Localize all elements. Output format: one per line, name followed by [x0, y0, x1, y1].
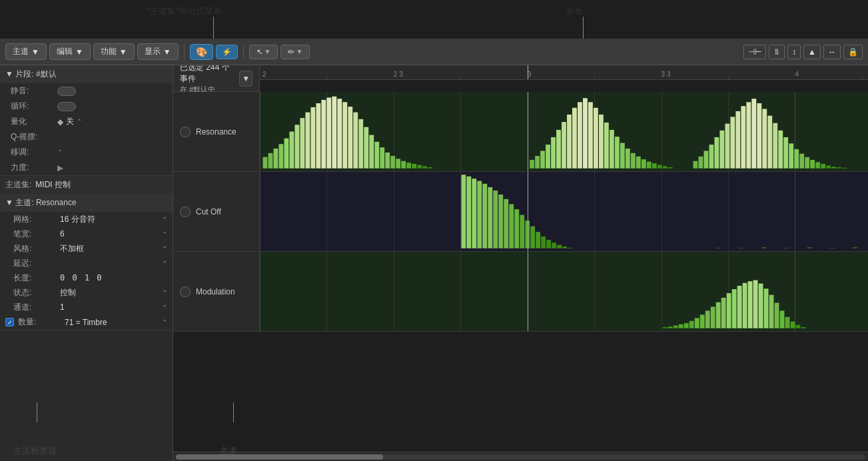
svg-rect-28: [412, 164, 416, 169]
spread-btn[interactable]: ↔: [823, 45, 841, 59]
playhead-cutoff: [528, 172, 528, 251]
scale-btn[interactable]: ↕: [787, 45, 801, 59]
select-tool-btn[interactable]: ↖ ▼: [249, 45, 278, 59]
svg-rect-97: [509, 204, 514, 248]
svg-rect-44: [594, 108, 598, 169]
svg-rect-76: [783, 137, 788, 169]
svg-rect-90: [472, 179, 476, 248]
channel-stepper[interactable]: ⌃: [162, 304, 167, 311]
event-dropdown-btn[interactable]: ▼: [239, 71, 252, 87]
svg-rect-69: [746, 102, 751, 168]
svg-rect-49: [620, 143, 625, 169]
svg-rect-87: [842, 168, 847, 169]
right-area: 已选定 244 个事件 在 #默认中 ▼ 2 2 3 3 3 3 4: [173, 65, 868, 461]
svg-rect-7: [300, 118, 304, 169]
fit-h-btn[interactable]: ⊣⊢: [743, 45, 766, 59]
svg-rect-142: [801, 327, 806, 328]
svg-rect-125: [711, 306, 715, 328]
svg-rect-19: [364, 127, 368, 169]
number-checkbox[interactable]: ✓: [5, 318, 14, 326]
pencil-tool-btn[interactable]: ✏ ▼: [280, 45, 310, 59]
style-stepper[interactable]: ⌃: [162, 245, 167, 252]
quantize-row: 量化 ◆ 关 ⌃: [0, 114, 173, 129]
svg-rect-4: [284, 139, 289, 169]
loop-toggle[interactable]: [57, 102, 76, 111]
svg-rect-99: [520, 215, 524, 248]
separator-1: [184, 44, 185, 60]
svg-rect-21: [374, 142, 379, 169]
svg-rect-104: [546, 240, 551, 248]
func-menu-btn[interactable]: 功能 ▼: [93, 43, 135, 60]
svg-rect-63: [714, 137, 719, 169]
svg-rect-91: [477, 181, 482, 248]
quantize-stepper[interactable]: ⌃: [77, 118, 82, 125]
svg-rect-51: [631, 153, 636, 169]
midi-tool-btn[interactable]: ⚡: [216, 45, 238, 59]
svg-rect-136: [769, 295, 774, 328]
tracks-container[interactable]: Resonance: [173, 92, 868, 452]
main-container: 主道 ▼ 编辑 ▼ 功能 ▼ 显示 ▼ 🎨 ⚡ ↖ ▼ ✏ ▼ ⊣⊢ ⥮ ↕ ▲: [0, 39, 868, 461]
svg-rect-131: [743, 283, 747, 328]
svg-rect-33: [535, 156, 540, 169]
status-stepper[interactable]: ⌃: [162, 289, 167, 296]
svg-rect-26: [401, 161, 406, 169]
track-section-header[interactable]: ▼ 主道: Resonance: [0, 194, 173, 212]
penwidth-row: 笔宽: 6 ⌃: [0, 227, 173, 241]
svg-rect-2: [274, 149, 278, 169]
fit-v-btn[interactable]: ⥮: [769, 45, 785, 59]
penwidth-stepper[interactable]: ⌃: [162, 230, 167, 238]
svg-rect-0: [263, 157, 268, 169]
mute-toggle[interactable]: [57, 87, 76, 96]
svg-rect-58: [668, 167, 673, 169]
svg-rect-137: [775, 303, 779, 328]
ruler-mark-33: 3 3: [661, 71, 671, 78]
svg-rect-93: [488, 187, 492, 248]
svg-rect-141: [796, 325, 801, 328]
svg-rect-57: [663, 166, 667, 168]
track-row-resonance: Resonance: [173, 92, 868, 172]
lock-btn[interactable]: 🔒: [843, 45, 863, 59]
display-menu-btn[interactable]: 显示 ▼: [137, 43, 179, 60]
track-circle-modulation[interactable]: [180, 286, 191, 297]
delay-stepper[interactable]: ⌃: [162, 260, 167, 267]
track-canvas-cutoff[interactable]: [260, 172, 868, 251]
track-circle-cutoff[interactable]: [180, 207, 191, 217]
playhead-modulation: [528, 252, 528, 331]
svg-rect-121: [689, 321, 694, 328]
svg-rect-84: [826, 166, 831, 169]
svg-rect-140: [791, 322, 795, 328]
number-stepper[interactable]: ⌃: [162, 318, 167, 326]
grid-row: 网格: 16 分音符 ⌃: [0, 212, 173, 227]
triangle-btn[interactable]: ▲: [803, 45, 821, 59]
svg-rect-128: [727, 293, 731, 328]
svg-rect-109: [716, 248, 721, 248]
cutoff-bars-svg: [260, 172, 868, 251]
svg-rect-43: [588, 102, 593, 168]
track-circle-resonance[interactable]: [180, 127, 191, 137]
scroll-thumb[interactable]: [176, 454, 383, 460]
svg-rect-42: [583, 98, 588, 168]
event-bar: 已选定 244 个事件 在 #默认中 ▼: [173, 65, 260, 92]
track-canvas-resonance[interactable]: [260, 92, 868, 171]
annotation-area: "主道集"弹出式菜单 步长: [0, 0, 868, 39]
color-tool-btn[interactable]: 🎨: [190, 44, 213, 60]
segment-header[interactable]: ▼ 片段: #默认: [0, 65, 173, 83]
scroll-track[interactable]: [176, 454, 865, 460]
svg-rect-129: [732, 289, 737, 328]
edit-menu-btn[interactable]: 编辑 ▼: [49, 43, 91, 60]
transpose-stepper[interactable]: ⌃: [57, 149, 63, 156]
svg-rect-114: [830, 248, 835, 248]
grid-stepper[interactable]: ⌃: [162, 216, 167, 223]
svg-rect-3: [279, 144, 284, 169]
content-area: ▼ 片段: #默认 静音: 循环: 量化 ◆: [0, 65, 868, 461]
svg-rect-139: [785, 317, 790, 328]
svg-rect-59: [693, 161, 698, 169]
svg-rect-86: [837, 167, 841, 169]
svg-rect-118: [673, 326, 678, 328]
track-canvas-modulation[interactable]: [260, 252, 868, 331]
svg-rect-67: [735, 111, 740, 169]
length-row: 长度: 0 0 1 0: [0, 270, 173, 285]
svg-rect-70: [751, 99, 756, 169]
svg-rect-54: [647, 162, 651, 169]
track-menu-btn[interactable]: 主道 ▼: [5, 43, 47, 60]
